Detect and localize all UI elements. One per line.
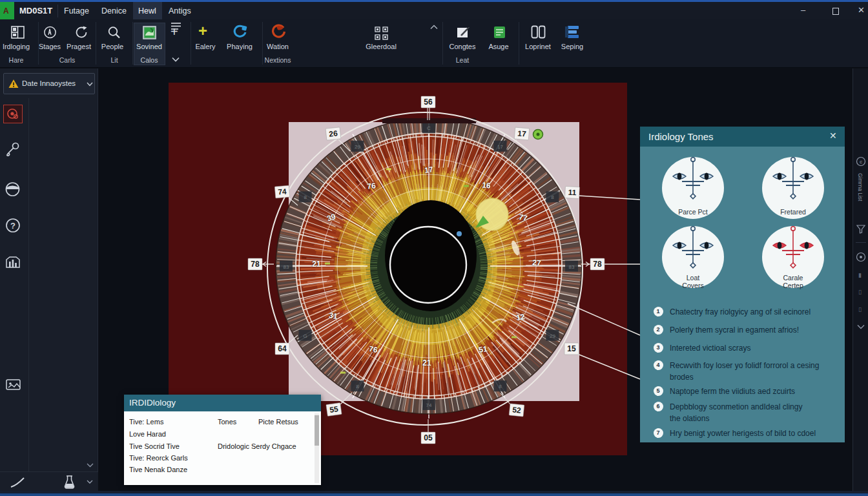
svg-text:8: 8: [499, 384, 502, 389]
svg-text:76: 76: [367, 181, 377, 191]
svg-text:74: 74: [278, 187, 287, 196]
svg-text:8: 8: [356, 384, 359, 389]
svg-text:G: G: [303, 333, 307, 339]
svg-text:29: 29: [550, 333, 555, 339]
svg-text:26: 26: [329, 129, 338, 138]
svg-text:17: 17: [517, 129, 527, 138]
svg-text:77: 77: [518, 212, 528, 223]
svg-text:c: c: [860, 159, 862, 165]
svg-text:51: 51: [478, 344, 488, 355]
svg-text:11: 11: [568, 188, 577, 198]
svg-text:52: 52: [512, 405, 522, 415]
svg-text:78: 78: [251, 260, 260, 269]
svg-text:8: 8: [304, 194, 307, 200]
svg-text:16: 16: [482, 180, 491, 190]
svg-text:21: 21: [422, 358, 431, 367]
svg-text:17: 17: [497, 144, 503, 150]
svg-text:15: 15: [567, 344, 576, 353]
svg-text:?: ?: [10, 221, 16, 231]
svg-text:29: 29: [355, 144, 360, 150]
svg-text:27: 27: [532, 258, 542, 268]
svg-text:56: 56: [424, 98, 433, 107]
svg-text:C: C: [427, 125, 431, 131]
svg-text:83: 83: [284, 264, 289, 270]
svg-text:78: 78: [593, 260, 602, 269]
svg-text:05: 05: [424, 433, 433, 442]
svg-text:76: 76: [368, 344, 378, 355]
svg-text:64: 64: [278, 344, 287, 353]
svg-text:74: 74: [426, 402, 432, 408]
svg-text:12: 12: [515, 312, 525, 322]
svg-text:55: 55: [329, 404, 338, 415]
svg-text:8: 8: [551, 194, 554, 200]
svg-text:21: 21: [312, 260, 321, 269]
svg-text:31: 31: [328, 311, 338, 321]
svg-text:83: 83: [569, 264, 575, 270]
svg-text:17: 17: [424, 165, 433, 175]
